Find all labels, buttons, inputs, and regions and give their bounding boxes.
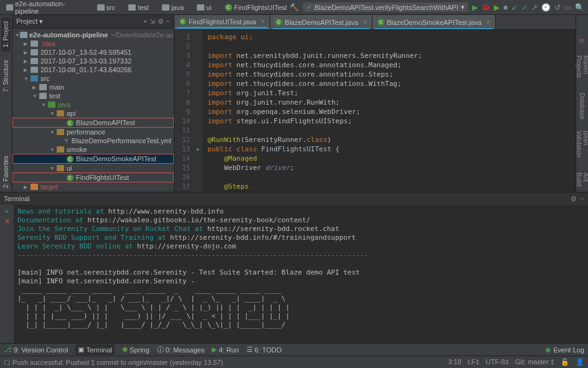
run-button[interactable]: ▶ [472,3,478,12]
module-icon [20,32,27,38]
maven-tool-tab[interactable]: m [577,34,587,48]
locate-icon[interactable]: ⌖ [143,17,147,26]
inspection-icon[interactable]: 👤 [576,358,584,366]
vcs-update-icon[interactable]: ↙ [511,3,518,12]
close-icon[interactable]: × [486,19,490,26]
event-log-tab[interactable]: ◉Event Log [545,346,584,354]
tree-root[interactable]: e2e-automation-pipeline [29,31,108,39]
test-folder-icon [48,101,55,108]
coverage-button[interactable]: ▶ [494,3,500,12]
folder-icon [31,49,38,55]
editor-tab-active[interactable]: CFindFlightsUITest.java× [174,15,270,29]
lock-icon[interactable]: 🔓 [561,358,569,366]
tree-item[interactable]: 2017-10-07_13-53-03.197332 [40,57,131,65]
chevron-right-icon: 〉 [87,2,94,12]
spring-tool-tab[interactable]: ❀Spring [122,346,149,354]
status-icon[interactable]: ▢ [4,358,10,366]
tree-item-smoke-test[interactable]: BlazeDemoSmokeAPITest [76,155,156,163]
tree-item-api[interactable]: api [67,110,76,117]
terminal-content[interactable]: News and tutorials at http://www.serenit… [14,205,588,343]
vcs-history-icon[interactable]: 🕘 [541,3,551,12]
folder-icon [31,40,38,47]
tree-item-idea[interactable]: .idea [40,40,55,47]
terminal-panel: Terminal ⚙ − + ✕ News and tutorials at h… [0,192,588,343]
folder-icon [97,4,105,11]
hide-icon[interactable]: − [166,17,170,26]
maven-tool-label[interactable]: Maven Projects [574,52,589,85]
yaml-icon: Y [65,138,69,144]
todo-tool-tab[interactable]: ☰6: TODO [247,346,282,354]
hide-icon[interactable]: − [581,195,584,203]
breadcrumb-item[interactable]: java [159,4,186,11]
bean-tool-tab[interactable]: Bean Validation [574,127,589,161]
tree-item[interactable]: 2017-10-08_01-17-43.640266 [40,66,131,73]
breadcrumb-item[interactable]: ui [194,4,214,11]
project-tree[interactable]: ▼e2e-automation-pipeline~/Downloads/e2e-… [12,29,174,192]
git-branch[interactable]: Git: master [515,358,549,366]
editor-tab[interactable]: CBlazeDemoSmokeAPITest.java× [372,15,496,29]
tree-item-test[interactable]: test [49,92,60,100]
search-icon[interactable]: 🔍 [575,3,584,12]
status-message: Push successful: Pushed 1 commit to orig… [12,359,223,366]
messages-tool-tab[interactable]: ⓘ0: Messages [157,345,204,354]
project-view-switcher[interactable]: Project ▾ [16,17,43,26]
structure-tool-tab[interactable]: 7: Structure [1,56,11,96]
gear-icon[interactable]: ⚙ [571,195,577,203]
tree-item-target[interactable]: target [40,183,58,191]
run-tool-tab[interactable]: ▶4: Run [212,346,239,354]
run-config-selector[interactable]: ✔ BlazeDemoAPITest.verifyFlightsSearchWi… [303,2,468,12]
layout-icon[interactable]: ▭ [564,3,571,12]
tree-item-perf[interactable]: performance [67,128,105,136]
database-tool-tab[interactable]: Database [577,89,587,123]
code-lines[interactable]: package ui; import net.serenitybdd.junit… [202,30,576,192]
line-gutter: 1234567891011121314151617181920212223242… [174,30,194,192]
code-editor[interactable]: 1234567891011121314151617181920212223242… [174,30,576,192]
terminal-header: Terminal ⚙ − [0,192,588,205]
line-separator[interactable]: LF [468,358,476,366]
close-icon[interactable]: × [261,18,265,25]
folder-icon [6,4,13,11]
stop-button[interactable]: ■ [503,3,508,12]
tree-item-smoke[interactable]: smoke [67,146,87,153]
encoding[interactable]: UTF-8 [486,358,505,366]
breadcrumb-root[interactable]: e2e-automation-pipeline [4,0,87,15]
close-icon[interactable]: × [363,19,367,26]
vcs-tool-tab[interactable]: ⎇9: Version Control [4,346,68,354]
breadcrumb-item[interactable]: test [126,4,151,11]
vcs-revert-icon[interactable]: ↺ [554,3,561,12]
tree-item-api-test[interactable]: BlazeDemoAPITest [76,119,135,126]
vcs-push-icon[interactable]: ↗ [531,3,538,12]
info-icon: ⓘ [157,345,164,354]
project-tool-tab[interactable]: 1: Project [1,17,11,51]
run-gutter-icon[interactable]: ▶ [194,144,202,154]
chevron-right-icon: 〉 [187,2,194,12]
breadcrumb-item[interactable]: src [95,4,118,11]
tree-item-main[interactable]: main [49,83,64,91]
toolbar-right: 🔨 ✔ BlazeDemoAPITest.verifyFlightsSearch… [290,2,584,12]
editor-tab[interactable]: CBlazeDemoAPITest.java× [270,15,372,29]
tree-item-src[interactable]: src [40,75,50,82]
close-session-icon[interactable]: ✕ [4,217,10,225]
terminal-tool-tab[interactable]: ▣Terminal [75,344,115,355]
gear-icon[interactable]: ⚙ [158,17,164,26]
ant-tool-tab[interactable]: Ant Build [574,169,589,192]
class-icon: C [67,174,74,181]
build-icon[interactable]: 🔨 [290,3,299,12]
project-panel: Project ▾ ⌖ ⇲ ⚙ − ▼e2e-automation-pipeli… [12,15,174,192]
terminal-icon: ▣ [78,346,84,354]
cursor-position[interactable]: 3:18 [448,358,461,366]
tree-item-perf-file[interactable]: BlazeDemoPerformanceTest.yml [72,137,171,144]
tree-item-java[interactable]: java [58,101,70,108]
favorites-tool-tab[interactable]: 2: Favorites [1,152,11,192]
breadcrumb-class[interactable]: CFindFlightsUITest [222,4,290,11]
tree-item-ui-test[interactable]: FindFlightsUITest [76,174,129,181]
tree-item-ui[interactable]: ui [67,164,72,172]
new-session-icon[interactable]: + [5,207,9,215]
debug-button[interactable]: 🐞 [481,3,490,11]
vcs-commit-icon[interactable]: ✓ [521,3,528,12]
todo-icon: ☰ [247,346,253,354]
collapse-icon[interactable]: ⇲ [149,17,155,26]
tree-item[interactable]: 2017-10-07_13-52-49.595451 [40,49,131,56]
package-icon [57,146,64,153]
package-icon [57,165,64,171]
